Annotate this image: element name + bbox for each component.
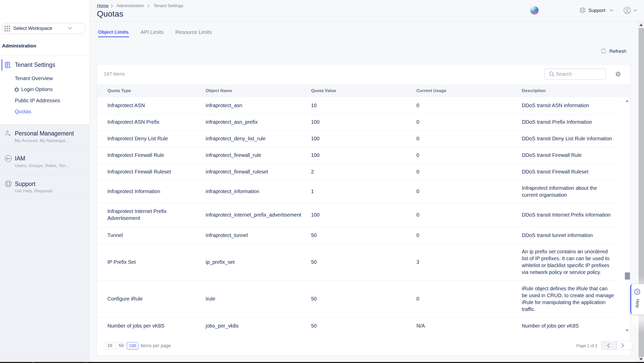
svg-text:?: ?: [636, 290, 638, 294]
